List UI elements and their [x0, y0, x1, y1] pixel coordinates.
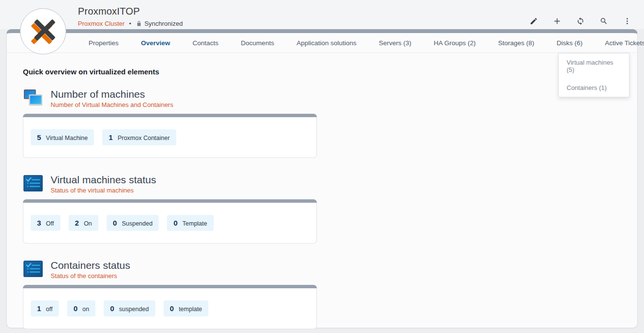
badge-count: 2 [75, 219, 79, 227]
breadcrumb-class-link[interactable]: Proxmox Cluster [78, 20, 125, 27]
badge-ct-suspended[interactable]: 0 suspended [104, 300, 155, 316]
badge-count: 0 [173, 219, 177, 227]
badge-count: 0 [170, 304, 174, 313]
card-topbar [23, 285, 317, 288]
section-title: Containers status [51, 260, 130, 271]
badge-label: suspended [119, 306, 149, 313]
checklist-icon [23, 174, 43, 193]
badge-vm-on[interactable]: 2 On [69, 215, 98, 231]
badge-label: Proxmox Container [118, 135, 170, 141]
section-number-of-machines: Number of machines Number of Virtual Mac… [23, 88, 637, 158]
dot-separator: • [129, 20, 131, 27]
badge-vm-off[interactable]: 3 Off [31, 215, 60, 231]
section-subtitle: Number of Virtual Machines and Container… [51, 101, 173, 108]
badge-count: 0 [113, 219, 117, 227]
main-panel: Properties Overview Contacts Documents A… [6, 29, 638, 328]
vm-status-card: 3 Off 2 On 0 Suspended 0 Template [23, 199, 317, 244]
section-vm-status: Virtual machines status Status of the vi… [23, 174, 637, 244]
badge-virtual-machine[interactable]: 5 Virtual Machine [31, 129, 94, 145]
add-plus-icon[interactable] [552, 17, 561, 25]
header-toolbar [529, 17, 631, 25]
badge-ct-on[interactable]: 0 on [67, 300, 95, 316]
kebab-menu-icon[interactable] [623, 17, 631, 25]
page-title: ProxmoxITOP [78, 6, 183, 17]
edit-pencil-icon[interactable] [529, 17, 538, 25]
tab-overview[interactable]: Overview [130, 33, 182, 53]
sync-status-label: Synchronized [145, 20, 183, 27]
proxmox-logo [20, 8, 66, 54]
overview-content: Quick overview on virtualized elements [7, 53, 637, 329]
badge-label: On [84, 220, 92, 227]
virtual-machines-icon [23, 88, 43, 107]
section-subtitle: Status of the virtual machines [51, 187, 156, 194]
menu-item-virtual-machines[interactable]: Virtual machines (5) [559, 53, 629, 79]
badge-vm-suspended[interactable]: 0 Suspended [107, 215, 159, 231]
content-heading: Quick overview on virtualized elements [23, 68, 637, 76]
badge-count: 1 [109, 133, 112, 141]
badge-label: off [46, 306, 53, 313]
badge-vm-template[interactable]: 0 Template [167, 215, 213, 231]
container-status-card: 1 off 0 on 0 suspended 0 template [23, 285, 317, 329]
badge-count: 0 [74, 304, 77, 313]
tab-active-tickets[interactable]: Active Tickets [594, 33, 644, 53]
tab-storages[interactable]: Storages (8) [487, 33, 545, 53]
card-topbar [23, 199, 317, 203]
section-subtitle: Status of the containers [51, 272, 130, 280]
tab-disks[interactable]: Disks (6) [546, 33, 594, 53]
menu-item-containers[interactable]: Containers (1) [559, 79, 629, 97]
tab-ha-groups[interactable]: HA Groups (2) [423, 33, 487, 53]
section-container-status: Containers status Status of the containe… [23, 260, 637, 329]
badge-label: on [82, 306, 89, 313]
badge-label: Virtual Machine [46, 135, 88, 141]
badge-proxmox-container[interactable]: 1 Proxmox Container [102, 129, 176, 145]
badge-count: 0 [110, 304, 114, 313]
tab-bar: Properties Overview Contacts Documents A… [7, 33, 637, 53]
badge-count: 1 [37, 304, 41, 313]
badge-ct-template[interactable]: 0 template [164, 300, 208, 316]
proxmox-x-icon [29, 18, 57, 46]
badge-count: 3 [37, 219, 41, 227]
machines-count-card: 5 Virtual Machine 1 Proxmox Container [23, 114, 317, 158]
badge-label: Off [46, 220, 54, 227]
badge-count: 5 [37, 133, 41, 141]
badge-label: Suspended [122, 220, 152, 227]
lock-icon [136, 20, 142, 27]
search-icon[interactable] [599, 17, 608, 25]
tab-documents[interactable]: Documents [230, 33, 285, 53]
tab-overflow-menu: Virtual machines (5) Containers (1) [558, 53, 629, 97]
section-title: Virtual machines status [51, 174, 156, 185]
tab-contacts[interactable]: Contacts [182, 33, 230, 53]
badge-ct-off[interactable]: 1 off [31, 300, 59, 316]
tab-servers[interactable]: Servers (3) [368, 33, 423, 53]
tab-properties[interactable]: Properties [77, 33, 130, 53]
tab-application-solutions[interactable]: Application solutions [285, 33, 368, 53]
object-header: ProxmoxITOP Proxmox Cluster • Synchroniz… [78, 6, 183, 27]
badge-label: Template [183, 220, 207, 227]
checklist-icon [23, 260, 43, 278]
section-title: Number of machines [51, 88, 173, 100]
badge-label: template [179, 306, 202, 313]
card-topbar [23, 114, 317, 117]
refresh-icon[interactable] [576, 17, 585, 25]
